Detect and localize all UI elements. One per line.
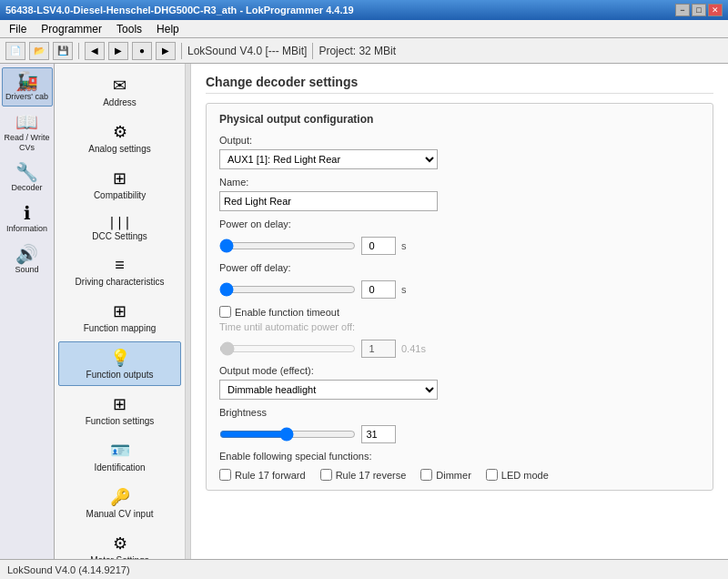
iconbar-item-sound[interactable]: 🔊 Sound xyxy=(2,240,53,279)
iconbar-item-sound-label: Sound xyxy=(15,265,38,275)
rule17fwd-checkbox[interactable] xyxy=(219,469,231,481)
power-on-delay-slider[interactable] xyxy=(219,239,356,253)
power-off-delay-row: s xyxy=(219,280,700,299)
brightness-slider-container xyxy=(219,425,396,443)
toolbar: 📄 📂 💾 ◀ ▶ ● ▶ LokSound V4.0 [--- MBit] P… xyxy=(0,38,728,64)
power-off-delay-slider-container: s xyxy=(219,280,407,299)
minimize-button[interactable]: − xyxy=(675,4,690,16)
function-timeout-checkbox[interactable] xyxy=(219,306,231,318)
sidebar-item-motor-settings[interactable]: ⚙ Motor Settings xyxy=(58,527,181,559)
toolbar-btn-open[interactable]: 📂 xyxy=(29,42,49,60)
special-fn-rule17rev: Rule 17 reverse xyxy=(320,469,407,481)
time-until-power-off-label-row: Time until automatic power off: xyxy=(219,321,700,332)
function-settings-icon: ⊞ xyxy=(113,394,126,414)
sidebar-item-compatibility[interactable]: ⊞ Compatibility xyxy=(58,162,181,207)
menu-programmer[interactable]: Programmer xyxy=(35,22,107,36)
name-input-row xyxy=(219,191,700,211)
toolbar-btn-back[interactable]: ◀ xyxy=(85,42,105,60)
power-off-delay-label-row: Power off delay: xyxy=(219,262,700,273)
toolbar-separator-2 xyxy=(181,43,182,59)
rule17rev-label: Rule 17 reverse xyxy=(336,470,407,481)
sidebar-item-driving[interactable]: ≡ Driving characteristics xyxy=(58,249,181,293)
output-dropdown[interactable]: AUX1 [1]: Red Light Rear AUX2 [2]: Red L… xyxy=(219,149,438,169)
sidebar-item-identification-label: Identification xyxy=(94,462,145,472)
power-off-delay-slider[interactable] xyxy=(219,282,356,297)
time-until-power-off-spinner[interactable] xyxy=(361,340,396,358)
iconbar-item-drivers-cab[interactable]: 🚂 Drivers' cab xyxy=(2,67,53,107)
maximize-button[interactable]: □ xyxy=(692,4,706,16)
sidebar-item-function-outputs[interactable]: 💡 Function outputs xyxy=(58,341,181,386)
identification-icon: 🪪 xyxy=(110,441,130,461)
output-label: Output: xyxy=(219,135,310,146)
rule17fwd-label: Rule 17 forward xyxy=(235,470,306,481)
function-timeout-row: Enable function timeout xyxy=(219,306,700,318)
sidebar-item-manual-cv-label: Manual CV input xyxy=(86,509,154,519)
status-bar-text: LokSound V4.0 (4.14.9217) xyxy=(7,564,130,575)
toolbar-btn-new[interactable]: 📄 xyxy=(5,42,25,60)
page-title: Change decoder settings xyxy=(206,75,713,94)
menu-file[interactable]: File xyxy=(4,22,32,36)
power-off-delay-spinner[interactable] xyxy=(361,280,396,299)
iconbar-item-read-write-label: Read / Write CVs xyxy=(5,133,50,153)
output-mode-label: Output mode (effect): xyxy=(219,365,314,376)
special-fn-ledmode: LED mode xyxy=(486,469,549,481)
sidebar-item-fn-mapping-label: Function mapping xyxy=(84,323,157,333)
toolbar-btn-save[interactable]: 💾 xyxy=(53,42,73,60)
function-mapping-icon: ⊞ xyxy=(113,301,126,321)
power-off-delay-label: Power off delay: xyxy=(219,262,310,273)
time-until-power-off-slider-container: 0.41s xyxy=(219,340,426,358)
sidebar-item-fn-settings-label: Function settings xyxy=(86,416,155,426)
name-label: Name: xyxy=(219,177,310,188)
toolbar-btn-fwd[interactable]: ▶ xyxy=(108,42,128,60)
menu-help[interactable]: Help xyxy=(151,22,185,36)
output-mode-dropdown[interactable]: Dimmable headlight Flashlight Strobe Sin… xyxy=(219,380,438,400)
time-until-power-off-slider[interactable] xyxy=(219,341,356,356)
dimmer-label: Dimmer xyxy=(436,470,471,481)
ledmode-checkbox[interactable] xyxy=(486,469,498,481)
ledmode-label: LED mode xyxy=(501,470,549,481)
time-until-power-off-spinner-group xyxy=(361,340,396,358)
rule17rev-checkbox[interactable] xyxy=(320,469,332,481)
toolbar-btn-record[interactable]: ● xyxy=(132,42,152,60)
sidebar-item-fn-outputs-label: Function outputs xyxy=(86,370,154,380)
power-on-delay-label-row: Power on delay: xyxy=(219,218,700,229)
sidebar-item-function-mapping[interactable]: ⊞ Function mapping xyxy=(58,295,181,340)
dcc-settings-icon: ||| xyxy=(108,215,131,229)
read-write-icon: 📖 xyxy=(15,113,38,131)
iconbar-item-information[interactable]: ℹ Information xyxy=(2,199,53,239)
sidebar-item-address[interactable]: ✉ Address xyxy=(58,69,181,114)
sidebar-item-analog-settings[interactable]: ⚙ Analog settings xyxy=(58,116,181,160)
toolbar-btn-play[interactable]: ▶ xyxy=(156,42,176,60)
sidebar-item-dcc-settings[interactable]: ||| DCC Settings xyxy=(58,208,181,248)
sidebar-item-identification[interactable]: 🪪 Identification xyxy=(58,434,181,479)
time-until-power-off-label: Time until automatic power off: xyxy=(219,321,355,332)
time-until-power-off-unit: 0.41s xyxy=(401,343,426,354)
brightness-row xyxy=(219,425,700,443)
menu-tools[interactable]: Tools xyxy=(111,22,147,36)
time-until-power-off-row: 0.41s xyxy=(219,340,700,358)
name-input[interactable] xyxy=(219,191,438,211)
close-button[interactable]: ✕ xyxy=(708,4,723,16)
sidebar-item-manual-cv[interactable]: 🔑 Manual CV input xyxy=(58,481,181,525)
iconbar-item-read-write[interactable]: 📖 Read / Write CVs xyxy=(2,108,53,157)
brightness-slider[interactable] xyxy=(219,427,356,442)
toolbar-separator-1 xyxy=(78,43,79,59)
output-dropdown-row: AUX1 [1]: Red Light Rear AUX2 [2]: Red L… xyxy=(219,149,700,169)
sidebar-scrollbar[interactable] xyxy=(185,64,190,559)
toolbar-separator-3 xyxy=(312,43,313,59)
power-on-delay-spinner[interactable] xyxy=(361,237,396,255)
power-off-delay-unit: s xyxy=(401,284,407,295)
status-bar: LokSound V4.0 (4.14.9217) xyxy=(0,559,728,579)
section-title: Physical output configuration xyxy=(219,113,700,126)
power-on-delay-spinner-group xyxy=(361,237,396,255)
brightness-spinner-group xyxy=(361,425,396,443)
sidebar-item-function-settings[interactable]: ⊞ Function settings xyxy=(58,388,181,432)
power-on-delay-slider-container: s xyxy=(219,237,407,255)
toolbar-project-label: Project: 32 MBit xyxy=(318,45,396,57)
content-area: Change decoder settings Physical output … xyxy=(191,64,728,559)
brightness-spinner[interactable] xyxy=(361,425,396,443)
driving-icon: ≡ xyxy=(115,256,125,275)
output-row: Output: xyxy=(219,135,700,146)
iconbar-item-decoder[interactable]: 🔧 Decoder xyxy=(2,158,53,198)
dimmer-checkbox[interactable] xyxy=(420,469,432,481)
